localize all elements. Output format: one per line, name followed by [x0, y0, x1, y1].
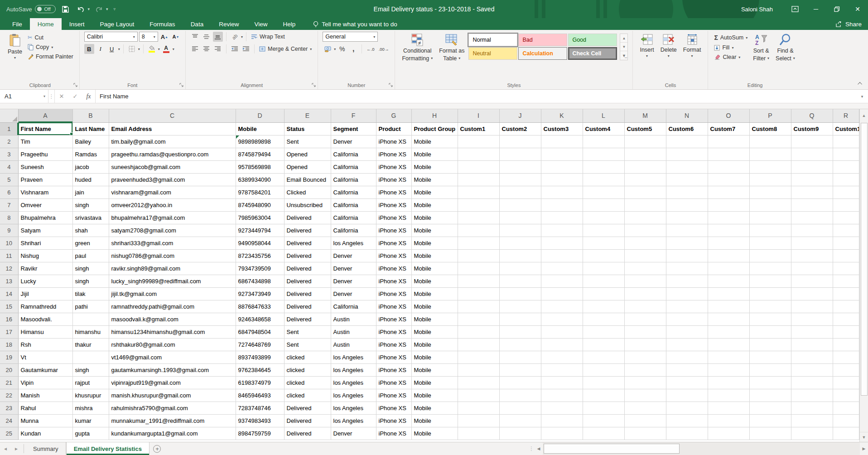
- style-bad[interactable]: Bad: [518, 34, 567, 46]
- paste-button[interactable]: Paste ▾: [5, 32, 24, 61]
- formula-input[interactable]: First Name: [96, 90, 856, 103]
- cell-A3[interactable]: Prageethu: [18, 148, 72, 160]
- orientation-button[interactable]: ab: [230, 32, 240, 42]
- cell-R8[interactable]: [833, 211, 859, 224]
- cell-L5[interactable]: [583, 173, 624, 186]
- cell-D18[interactable]: 7274648769: [236, 338, 284, 351]
- column-header-D[interactable]: D: [236, 109, 284, 122]
- cell-M7[interactable]: [624, 198, 666, 211]
- cell-P7[interactable]: [749, 198, 791, 211]
- share-button[interactable]: Share: [835, 18, 862, 30]
- cell-K22[interactable]: [541, 389, 583, 402]
- cell-B4[interactable]: jacob: [72, 160, 109, 173]
- cell-A10[interactable]: Shrihari: [18, 237, 72, 249]
- cell-N13[interactable]: [666, 275, 708, 287]
- column-header-Q[interactable]: Q: [791, 109, 833, 122]
- cell-M24[interactable]: [624, 414, 666, 427]
- cell-H10[interactable]: Mobile: [411, 237, 458, 249]
- cell-E11[interactable]: Delivered: [284, 249, 331, 262]
- cell-K3[interactable]: [541, 148, 583, 160]
- row-header-9[interactable]: 9: [0, 224, 18, 237]
- row-header-13[interactable]: 13: [0, 275, 18, 287]
- cell-M3[interactable]: [624, 148, 666, 160]
- undo-button[interactable]: [75, 3, 87, 15]
- cell-Q5[interactable]: [791, 173, 833, 186]
- cell-B18[interactable]: thakur: [72, 338, 109, 351]
- cell-E10[interactable]: Delivered: [284, 237, 331, 249]
- cell-E16[interactable]: Delivered: [284, 313, 331, 325]
- cell-J14[interactable]: [499, 287, 541, 300]
- copy-dropdown[interactable]: ▾: [51, 45, 53, 49]
- cell-P11[interactable]: [749, 249, 791, 262]
- ribbon-tab-file[interactable]: File: [5, 18, 30, 30]
- cell-C24[interactable]: munnakumar_1991@rediffmail.com: [109, 414, 236, 427]
- comma-style-button[interactable]: ,: [348, 44, 358, 54]
- cell-C10[interactable]: shrihari333@gmail.com: [109, 237, 236, 249]
- cell-Q11[interactable]: [791, 249, 833, 262]
- cell-E15[interactable]: Delivered: [284, 300, 331, 313]
- cell-K12[interactable]: [541, 262, 583, 275]
- decrease-decimal-button[interactable]: .00→: [377, 44, 391, 54]
- cell-L3[interactable]: [583, 148, 624, 160]
- borders-dropdown[interactable]: ▾: [138, 47, 140, 51]
- cell-I25[interactable]: [458, 427, 499, 440]
- cell-L20[interactable]: [583, 363, 624, 376]
- cell-Q16[interactable]: [791, 313, 833, 325]
- cell-B23[interactable]: mishra: [72, 402, 109, 414]
- cell-Q21[interactable]: [791, 376, 833, 389]
- cell-G13[interactable]: iPhone XS: [376, 275, 411, 287]
- cell-O11[interactable]: [708, 249, 749, 262]
- cell-N15[interactable]: [666, 300, 708, 313]
- column-header-O[interactable]: O: [708, 109, 749, 122]
- cell-D24[interactable]: 9374983493: [236, 414, 284, 427]
- cell-R19[interactable]: [833, 351, 859, 363]
- cell-B25[interactable]: gupta: [72, 427, 109, 440]
- cell-G10[interactable]: iPhone XS: [376, 237, 411, 249]
- column-header-G[interactable]: G: [376, 109, 411, 122]
- cell-I14[interactable]: [458, 287, 499, 300]
- row-header-24[interactable]: 24: [0, 414, 18, 427]
- orientation-dropdown[interactable]: ▾: [241, 35, 243, 39]
- cell-M5[interactable]: [624, 173, 666, 186]
- cell-M19[interactable]: [624, 351, 666, 363]
- cell-K20[interactable]: [541, 363, 583, 376]
- confirm-entry-button[interactable]: ✓: [68, 90, 82, 103]
- cell-G16[interactable]: iPhone XS: [376, 313, 411, 325]
- cell-J4[interactable]: [499, 160, 541, 173]
- cell-I5[interactable]: [458, 173, 499, 186]
- cell-C13[interactable]: lucky_singh99989@rediffmail.com: [109, 275, 236, 287]
- minimize-button[interactable]: ─: [805, 0, 826, 18]
- redo-button[interactable]: [93, 3, 105, 15]
- cell-O24[interactable]: [708, 414, 749, 427]
- cell-C25[interactable]: kundankumargupta1@gmail.com: [109, 427, 236, 440]
- cell-I2[interactable]: [458, 135, 499, 148]
- cell-F2[interactable]: Denver: [331, 135, 376, 148]
- cell-F4[interactable]: California: [331, 160, 376, 173]
- cell-F25[interactable]: Denver: [331, 427, 376, 440]
- column-header-R[interactable]: R: [833, 109, 859, 122]
- cell-B6[interactable]: jain: [72, 186, 109, 198]
- cell-E23[interactable]: Delivered: [284, 402, 331, 414]
- cell-J7[interactable]: [499, 198, 541, 211]
- cell-O17[interactable]: [708, 325, 749, 338]
- cell-F19[interactable]: los Angeles: [331, 351, 376, 363]
- cell-D4[interactable]: 9578569898: [236, 160, 284, 173]
- cell-R2[interactable]: [833, 135, 859, 148]
- column-header-P[interactable]: P: [749, 109, 791, 122]
- row-header-25[interactable]: 25: [0, 427, 18, 440]
- cell-Q17[interactable]: [791, 325, 833, 338]
- cell-K13[interactable]: [541, 275, 583, 287]
- cell-I18[interactable]: [458, 338, 499, 351]
- row-header-20[interactable]: 20: [0, 363, 18, 376]
- font-color-dropdown[interactable]: ▾: [173, 47, 174, 51]
- cell-P9[interactable]: [749, 224, 791, 237]
- name-box-dropdown[interactable]: ▾: [43, 94, 45, 98]
- cell-A22[interactable]: Manish: [18, 389, 72, 402]
- cell-F13[interactable]: Denver: [331, 275, 376, 287]
- cell-R3[interactable]: [833, 148, 859, 160]
- cell-Q14[interactable]: [791, 287, 833, 300]
- cell-R4[interactable]: [833, 160, 859, 173]
- align-center-button[interactable]: [202, 44, 212, 54]
- cell-B14[interactable]: tilak: [72, 287, 109, 300]
- cell-H17[interactable]: Mobile: [411, 325, 458, 338]
